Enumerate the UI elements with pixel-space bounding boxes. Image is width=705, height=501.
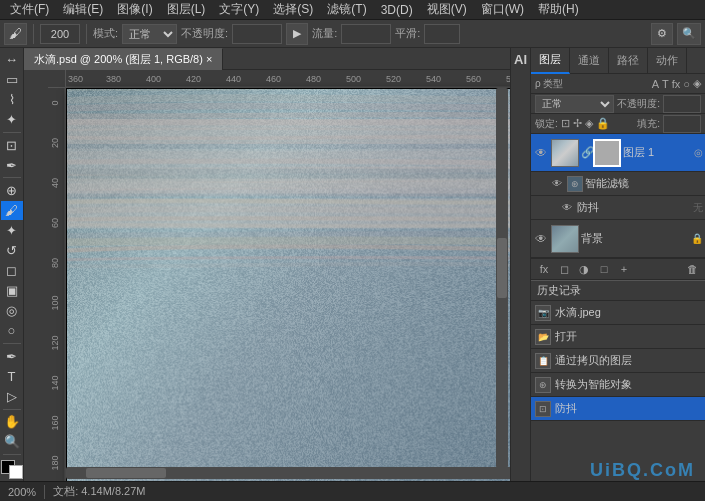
layer-item-2[interactable]: 👁 防抖 无	[531, 196, 705, 220]
opacity-input[interactable]: 100%	[232, 24, 282, 44]
svg-text:60: 60	[50, 218, 60, 228]
tool-hand[interactable]: ✋	[1, 412, 23, 431]
new-layer-btn[interactable]: +	[615, 261, 633, 277]
document-tab[interactable]: 水滴.psd @ 200% (图层 1, RGB/8) ×	[24, 48, 223, 70]
menu-edit[interactable]: 编辑(E)	[57, 0, 109, 19]
history-title: 历史记录	[537, 283, 581, 298]
menu-file[interactable]: 文件(F)	[4, 0, 55, 19]
opacity-label: 不透明度:	[181, 26, 228, 41]
history-item-1[interactable]: 📂 打开	[531, 325, 705, 349]
history-icon-4: ⊡	[535, 401, 551, 417]
layer-chain-0: 🔗	[581, 146, 591, 159]
smooth-input[interactable]: 10%	[424, 24, 460, 44]
opacity-value[interactable]: 100%	[663, 95, 701, 113]
history-header[interactable]: 历史记录	[531, 281, 705, 301]
history-text-0: 水滴.jpeg	[555, 305, 601, 320]
smart-filter-icon: ⊛	[567, 176, 583, 192]
brush-size-input[interactable]	[40, 24, 80, 44]
tool-move[interactable]: ↔	[1, 50, 23, 69]
history-icon-0: 📷	[535, 305, 551, 321]
flow-input[interactable]: 100%	[341, 24, 391, 44]
group-btn[interactable]: □	[595, 261, 613, 277]
menu-layer[interactable]: 图层(L)	[161, 0, 212, 19]
layer-visibility-2[interactable]: 👁	[559, 200, 575, 216]
menu-view[interactable]: 视图(V)	[421, 0, 473, 19]
background-color[interactable]	[9, 465, 23, 479]
layer-item-1[interactable]: 👁 ⊛ 智能滤镜	[531, 172, 705, 196]
history-item-0[interactable]: 📷 水滴.jpeg	[531, 301, 705, 325]
tool-heal[interactable]: ⊕	[1, 181, 23, 200]
tool-preset-btn[interactable]: 🖌	[4, 23, 27, 45]
history-item-4[interactable]: ⊡ 防抖	[531, 397, 705, 421]
tool-dodge[interactable]: ○	[1, 321, 23, 340]
svg-text:140: 140	[50, 375, 60, 390]
svg-text:520: 520	[386, 74, 401, 84]
layer-kind-row: ρ 类型 A T fx ○ ◈	[531, 74, 705, 94]
history-item-2[interactable]: 📋 通过拷贝的图层	[531, 349, 705, 373]
tool-magic-wand[interactable]: ✦	[1, 110, 23, 129]
smooth-label: 平滑:	[395, 26, 420, 41]
ai-icon[interactable]: AI	[512, 50, 530, 68]
mode-select[interactable]: 正常	[122, 24, 177, 44]
tool-eraser[interactable]: ◻	[1, 261, 23, 280]
scrollbar-horizontal[interactable]	[66, 467, 510, 479]
canvas-image[interactable]	[67, 89, 510, 481]
mask-btn[interactable]: ◻	[555, 261, 573, 277]
menu-select[interactable]: 选择(S)	[267, 0, 319, 19]
lock-icon-art[interactable]: ◈	[585, 117, 593, 130]
layer-item-0[interactable]: 👁 🔗 图层 1 ◎	[531, 134, 705, 172]
opacity-toggle[interactable]: ▶	[286, 23, 308, 45]
color-boxes[interactable]	[1, 460, 23, 479]
tab-layers[interactable]: 图层	[531, 48, 570, 74]
menu-window[interactable]: 窗口(W)	[475, 0, 530, 19]
tab-paths[interactable]: 路径	[609, 48, 648, 74]
tab-channels[interactable]: 通道	[570, 48, 609, 74]
lock-icon-move[interactable]: ✢	[573, 117, 582, 130]
tool-marquee[interactable]: ▭	[1, 70, 23, 89]
tool-gradient[interactable]: ▣	[1, 281, 23, 300]
tool-eyedropper[interactable]: ✒	[1, 156, 23, 175]
tool-brush[interactable]: 🖌	[1, 201, 23, 220]
search-btn[interactable]: 🔍	[677, 23, 701, 45]
tool-sep2	[3, 177, 21, 178]
menu-filter[interactable]: 滤镜(T)	[321, 0, 372, 19]
tool-pen[interactable]: ✒	[1, 347, 23, 366]
svg-text:540: 540	[426, 74, 441, 84]
tab-close[interactable]: ×	[206, 53, 212, 65]
kind-icon-fx: fx	[672, 78, 681, 90]
flow-label: 流量:	[312, 26, 337, 41]
svg-text:460: 460	[266, 74, 281, 84]
settings-btn[interactable]: ⚙	[651, 23, 673, 45]
menu-3d[interactable]: 3D(D)	[375, 2, 419, 18]
layer-visibility-3[interactable]: 👁	[533, 231, 549, 247]
menu-help[interactable]: 帮助(H)	[532, 0, 585, 19]
lock-icon-px[interactable]: ⊡	[561, 117, 570, 130]
layer-badge-0: ◎	[694, 147, 703, 158]
layer-visibility-0[interactable]: 👁	[533, 145, 549, 161]
tool-clone[interactable]: ✦	[1, 221, 23, 240]
tool-shape[interactable]: ▷	[1, 387, 23, 406]
tool-text[interactable]: T	[1, 367, 23, 386]
history-item-3[interactable]: ⊛ 转换为智能对象	[531, 373, 705, 397]
layer-item-3[interactable]: 👁 背景 🔒	[531, 220, 705, 258]
scrollbar-vertical-thumb[interactable]	[497, 238, 507, 298]
adjustment-btn[interactable]: ◑	[575, 261, 593, 277]
tab-actions[interactable]: 动作	[648, 48, 687, 74]
kind-icon-px: A	[652, 78, 659, 90]
opacity-label: 不透明度:	[617, 97, 660, 111]
tool-zoom[interactable]: 🔍	[1, 432, 23, 451]
link-btn[interactable]: fx	[535, 261, 553, 277]
layer-visibility-1[interactable]: 👁	[549, 176, 565, 192]
menu-image[interactable]: 图像(I)	[111, 0, 158, 19]
tool-lasso[interactable]: ⌇	[1, 90, 23, 109]
blend-mode-select[interactable]: 正常	[535, 95, 614, 113]
lock-icon-all[interactable]: 🔒	[596, 117, 610, 130]
tool-history-brush[interactable]: ↺	[1, 241, 23, 260]
tool-crop[interactable]: ⊡	[1, 136, 23, 155]
scrollbar-horizontal-thumb[interactable]	[86, 468, 166, 478]
menu-type[interactable]: 文字(Y)	[213, 0, 265, 19]
delete-layer-btn[interactable]: 🗑	[683, 261, 701, 277]
scrollbar-vertical[interactable]	[496, 88, 508, 468]
tool-blur[interactable]: ◎	[1, 301, 23, 320]
fill-value[interactable]: 100%	[663, 115, 701, 133]
